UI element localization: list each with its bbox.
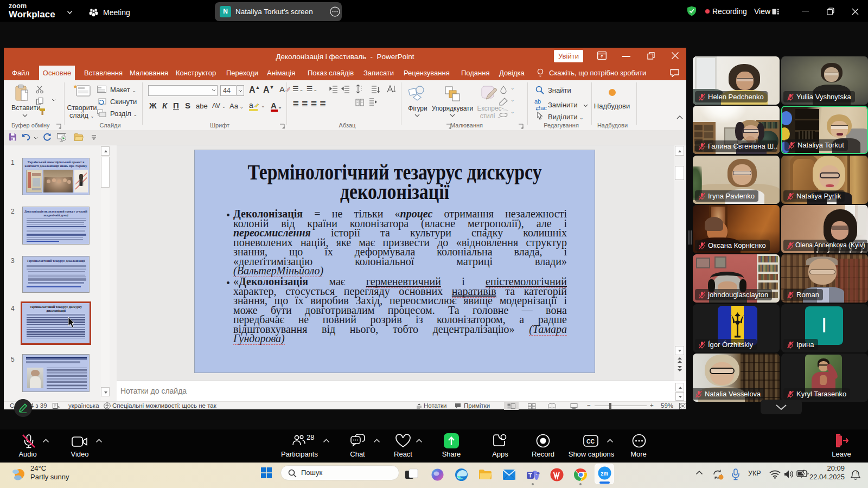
- svg-text:zm: zm: [601, 471, 608, 477]
- svg-text:CC: CC: [586, 438, 595, 445]
- svg-text:z: z: [856, 470, 858, 474]
